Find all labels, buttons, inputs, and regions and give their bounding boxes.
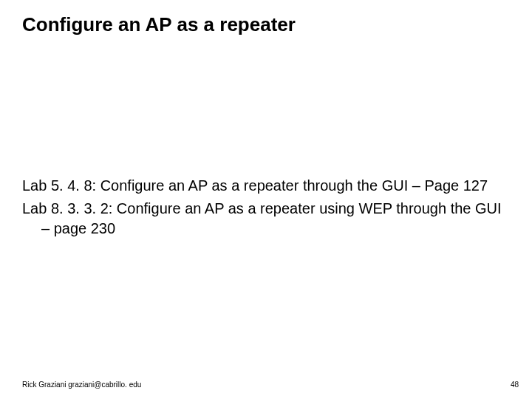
footer-page-number: 48 <box>511 381 519 389</box>
lab-item: Lab 5. 4. 8: Configure an AP as a repeat… <box>22 176 510 196</box>
footer: Rick Graziani graziani@cabrillo. edu 48 <box>22 381 519 389</box>
lab-item: Lab 8. 3. 3. 2: Configure an AP as a rep… <box>22 199 510 239</box>
body-content: Lab 5. 4. 8: Configure an AP as a repeat… <box>22 176 510 242</box>
slide: Configure an AP as a repeater Lab 5. 4. … <box>0 0 532 399</box>
footer-author: Rick Graziani graziani@cabrillo. edu <box>22 381 141 389</box>
page-title: Configure an AP as a repeater <box>22 13 510 36</box>
